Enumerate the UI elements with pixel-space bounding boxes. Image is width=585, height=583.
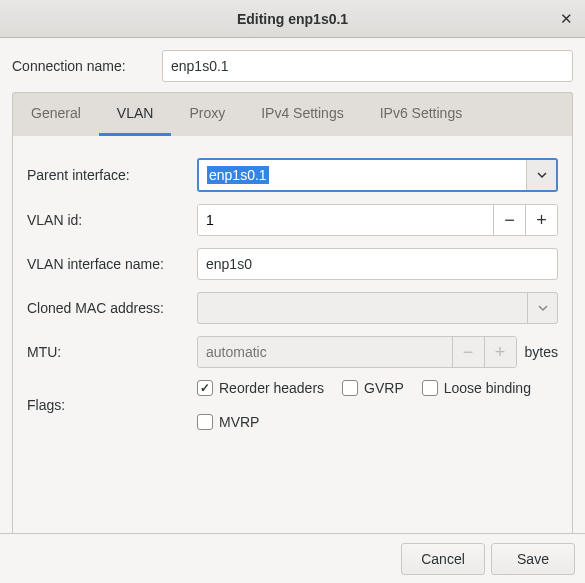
vlan-id-label: VLAN id: xyxy=(27,212,197,228)
flag-mvrp[interactable]: MVRP xyxy=(197,414,259,430)
tab-vlan[interactable]: VLAN xyxy=(99,93,172,136)
vlan-id-row: VLAN id: − + xyxy=(27,204,558,236)
checkbox-icon xyxy=(197,414,213,430)
flags-row: Flags: Reorder headers GVRP Loose bindin… xyxy=(27,380,558,430)
flag-reorder-headers[interactable]: Reorder headers xyxy=(197,380,324,396)
cloned-mac-input[interactable] xyxy=(198,293,527,323)
dialog-footer: Cancel Save xyxy=(0,533,585,583)
window-title: Editing enp1s0.1 xyxy=(0,11,585,27)
connection-name-label: Connection name: xyxy=(12,58,162,74)
flag-loose-label: Loose binding xyxy=(444,380,531,396)
mtu-label: MTU: xyxy=(27,344,197,360)
cancel-button[interactable]: Cancel xyxy=(401,543,485,575)
mtu-decrement: − xyxy=(452,337,484,367)
tab-ipv6[interactable]: IPv6 Settings xyxy=(362,93,481,136)
vlan-interface-name-input[interactable] xyxy=(197,248,558,280)
vlan-interface-name-row: VLAN interface name: xyxy=(27,248,558,280)
minus-icon: − xyxy=(463,342,474,363)
mtu-increment: + xyxy=(484,337,516,367)
mtu-row: MTU: − + bytes xyxy=(27,336,558,368)
flag-mvrp-label: MVRP xyxy=(219,414,259,430)
titlebar: Editing enp1s0.1 ✕ xyxy=(0,0,585,38)
tab-bar: General VLAN Proxy IPv4 Settings IPv6 Se… xyxy=(12,92,573,136)
flag-gvrp-label: GVRP xyxy=(364,380,404,396)
mtu-spinner: − + xyxy=(197,336,517,368)
parent-interface-combo[interactable]: enp1s0.1 xyxy=(197,158,558,192)
cloned-mac-combo[interactable] xyxy=(197,292,558,324)
vlan-interface-name-label: VLAN interface name: xyxy=(27,256,197,272)
vlan-id-spinner: − + xyxy=(197,204,558,236)
tab-general[interactable]: General xyxy=(13,93,99,136)
content-area: Connection name: General VLAN Proxy IPv4… xyxy=(0,38,585,553)
minus-icon: − xyxy=(504,210,515,231)
tab-ipv4[interactable]: IPv4 Settings xyxy=(243,93,362,136)
connection-name-row: Connection name: xyxy=(12,50,573,82)
vlan-panel: Parent interface: enp1s0.1 VLAN id: − xyxy=(12,136,573,541)
parent-interface-row: Parent interface: enp1s0.1 xyxy=(27,158,558,192)
parent-interface-input[interactable]: enp1s0.1 xyxy=(199,160,526,190)
flag-reorder-label: Reorder headers xyxy=(219,380,324,396)
cloned-mac-dropdown-button[interactable] xyxy=(527,293,557,323)
checkbox-icon xyxy=(422,380,438,396)
save-button[interactable]: Save xyxy=(491,543,575,575)
chevron-down-icon xyxy=(537,170,547,180)
vlan-id-decrement[interactable]: − xyxy=(493,205,525,235)
connection-name-input[interactable] xyxy=(162,50,573,82)
cloned-mac-label: Cloned MAC address: xyxy=(27,300,197,316)
plus-icon: + xyxy=(536,210,547,231)
mtu-suffix: bytes xyxy=(525,344,558,360)
flags-label: Flags: xyxy=(27,397,197,413)
parent-interface-dropdown-button[interactable] xyxy=(526,160,556,190)
vlan-id-increment[interactable]: + xyxy=(525,205,557,235)
flag-loose-binding[interactable]: Loose binding xyxy=(422,380,531,396)
close-button[interactable]: ✕ xyxy=(555,8,577,30)
tab-proxy[interactable]: Proxy xyxy=(171,93,243,136)
vlan-id-input[interactable] xyxy=(198,205,493,235)
close-icon: ✕ xyxy=(560,10,573,28)
checkbox-checked-icon xyxy=(197,380,213,396)
chevron-down-icon xyxy=(538,303,548,313)
checkbox-icon xyxy=(342,380,358,396)
plus-icon: + xyxy=(495,342,506,363)
cloned-mac-row: Cloned MAC address: xyxy=(27,292,558,324)
mtu-input[interactable] xyxy=(198,337,452,367)
flag-gvrp[interactable]: GVRP xyxy=(342,380,404,396)
parent-interface-label: Parent interface: xyxy=(27,167,197,183)
